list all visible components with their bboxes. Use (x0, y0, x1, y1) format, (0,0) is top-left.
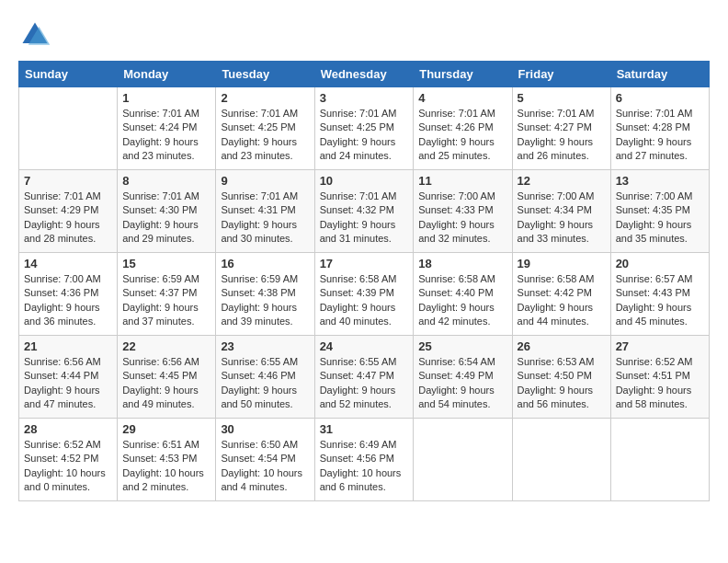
day-number: 29 (122, 422, 210, 436)
day-info: Sunrise: 7:00 AM Sunset: 4:33 PM Dayligh… (418, 190, 506, 247)
day-number: 30 (221, 422, 309, 436)
day-info: Sunrise: 7:01 AM Sunset: 4:31 PM Dayligh… (221, 190, 309, 247)
calendar-week-5: 28Sunrise: 6:52 AM Sunset: 4:52 PM Dayli… (19, 419, 710, 501)
day-info: Sunrise: 6:55 AM Sunset: 4:46 PM Dayligh… (221, 355, 309, 412)
day-number: 21 (24, 339, 112, 353)
day-info: Sunrise: 7:00 AM Sunset: 4:34 PM Dayligh… (518, 190, 606, 247)
calendar-week-2: 7Sunrise: 7:01 AM Sunset: 4:29 PM Daylig… (19, 170, 710, 253)
calendar-cell: 5Sunrise: 7:01 AM Sunset: 4:27 PM Daylig… (512, 87, 610, 170)
calendar-cell: 22Sunrise: 6:56 AM Sunset: 4:45 PM Dayli… (118, 336, 216, 419)
calendar-cell: 16Sunrise: 6:59 AM Sunset: 4:38 PM Dayli… (216, 253, 314, 336)
calendar-cell: 13Sunrise: 7:00 AM Sunset: 4:35 PM Dayli… (610, 170, 709, 253)
calendar-cell (610, 419, 709, 501)
day-info: Sunrise: 7:01 AM Sunset: 4:32 PM Dayligh… (320, 190, 409, 247)
calendar-cell: 28Sunrise: 6:52 AM Sunset: 4:52 PM Dayli… (19, 419, 118, 501)
day-number: 18 (418, 257, 506, 270)
day-info: Sunrise: 7:01 AM Sunset: 4:29 PM Dayligh… (24, 190, 112, 247)
day-number: 12 (518, 174, 606, 188)
calendar-week-4: 21Sunrise: 6:56 AM Sunset: 4:44 PM Dayli… (19, 336, 710, 419)
calendar-table: SundayMondayTuesdayWednesdayThursdayFrid… (18, 61, 710, 501)
day-info: Sunrise: 6:49 AM Sunset: 4:56 PM Dayligh… (320, 438, 409, 495)
day-number: 20 (616, 257, 704, 270)
day-header-tuesday: Tuesday (216, 62, 314, 87)
day-info: Sunrise: 7:01 AM Sunset: 4:28 PM Dayligh… (616, 107, 704, 164)
calendar-cell: 3Sunrise: 7:01 AM Sunset: 4:25 PM Daylig… (314, 87, 414, 170)
day-number: 31 (320, 422, 409, 436)
day-number: 6 (616, 91, 704, 105)
calendar-cell: 29Sunrise: 6:51 AM Sunset: 4:53 PM Dayli… (118, 419, 216, 501)
day-header-monday: Monday (118, 62, 216, 87)
calendar-cell: 21Sunrise: 6:56 AM Sunset: 4:44 PM Dayli… (19, 336, 118, 419)
day-number: 10 (320, 174, 409, 188)
day-info: Sunrise: 7:00 AM Sunset: 4:35 PM Dayligh… (616, 190, 704, 247)
day-number: 5 (518, 91, 606, 105)
day-info: Sunrise: 6:57 AM Sunset: 4:43 PM Dayligh… (616, 272, 704, 329)
day-number: 4 (418, 91, 506, 105)
day-info: Sunrise: 7:01 AM Sunset: 4:24 PM Dayligh… (122, 107, 210, 164)
calendar-cell: 18Sunrise: 6:58 AM Sunset: 4:40 PM Dayli… (414, 253, 512, 336)
day-header-thursday: Thursday (414, 62, 512, 87)
day-number: 26 (518, 339, 606, 353)
day-number: 8 (122, 174, 210, 188)
calendar-cell: 23Sunrise: 6:55 AM Sunset: 4:46 PM Dayli… (216, 336, 314, 419)
day-number: 2 (221, 91, 309, 105)
calendar-cell: 7Sunrise: 7:01 AM Sunset: 4:29 PM Daylig… (19, 170, 118, 253)
day-info: Sunrise: 6:58 AM Sunset: 4:42 PM Dayligh… (518, 272, 606, 329)
day-number: 14 (24, 257, 112, 270)
day-info: Sunrise: 6:52 AM Sunset: 4:51 PM Dayligh… (616, 355, 704, 412)
page-header (18, 18, 710, 52)
calendar-cell: 2Sunrise: 7:01 AM Sunset: 4:25 PM Daylig… (216, 87, 314, 170)
calendar-cell (414, 419, 512, 501)
day-info: Sunrise: 6:59 AM Sunset: 4:38 PM Dayligh… (221, 272, 309, 329)
day-number: 9 (221, 174, 309, 188)
day-info: Sunrise: 7:01 AM Sunset: 4:26 PM Dayligh… (418, 107, 506, 164)
day-header-friday: Friday (512, 62, 610, 87)
day-info: Sunrise: 6:53 AM Sunset: 4:50 PM Dayligh… (518, 355, 606, 412)
day-number: 17 (320, 257, 409, 270)
day-number: 11 (418, 174, 506, 188)
calendar-cell: 15Sunrise: 6:59 AM Sunset: 4:37 PM Dayli… (118, 253, 216, 336)
day-header-saturday: Saturday (610, 62, 709, 87)
calendar-cell: 1Sunrise: 7:01 AM Sunset: 4:24 PM Daylig… (118, 87, 216, 170)
day-number: 27 (616, 339, 704, 353)
day-number: 19 (518, 257, 606, 270)
calendar-cell (512, 419, 610, 501)
calendar-cell: 9Sunrise: 7:01 AM Sunset: 4:31 PM Daylig… (216, 170, 314, 253)
day-number: 22 (122, 339, 210, 353)
day-header-wednesday: Wednesday (314, 62, 414, 87)
calendar-cell: 8Sunrise: 7:01 AM Sunset: 4:30 PM Daylig… (118, 170, 216, 253)
day-number: 28 (24, 422, 112, 436)
day-info: Sunrise: 7:01 AM Sunset: 4:25 PM Dayligh… (221, 107, 309, 164)
day-info: Sunrise: 6:50 AM Sunset: 4:54 PM Dayligh… (221, 438, 309, 495)
calendar-cell: 31Sunrise: 6:49 AM Sunset: 4:56 PM Dayli… (314, 419, 414, 501)
calendar-week-3: 14Sunrise: 7:00 AM Sunset: 4:36 PM Dayli… (19, 253, 710, 336)
calendar-cell: 27Sunrise: 6:52 AM Sunset: 4:51 PM Dayli… (610, 336, 709, 419)
calendar-cell: 10Sunrise: 7:01 AM Sunset: 4:32 PM Dayli… (314, 170, 414, 253)
day-info: Sunrise: 6:54 AM Sunset: 4:49 PM Dayligh… (418, 355, 506, 412)
logo (18, 18, 55, 52)
day-number: 23 (221, 339, 309, 353)
day-info: Sunrise: 6:58 AM Sunset: 4:40 PM Dayligh… (418, 272, 506, 329)
logo-icon (18, 18, 51, 52)
day-info: Sunrise: 6:52 AM Sunset: 4:52 PM Dayligh… (24, 438, 112, 495)
day-info: Sunrise: 6:59 AM Sunset: 4:37 PM Dayligh… (122, 272, 210, 329)
day-number: 13 (616, 174, 704, 188)
calendar-cell: 12Sunrise: 7:00 AM Sunset: 4:34 PM Dayli… (512, 170, 610, 253)
day-number: 15 (122, 257, 210, 270)
calendar-cell: 17Sunrise: 6:58 AM Sunset: 4:39 PM Dayli… (314, 253, 414, 336)
day-info: Sunrise: 6:55 AM Sunset: 4:47 PM Dayligh… (320, 355, 409, 412)
calendar-cell (19, 87, 118, 170)
day-info: Sunrise: 7:00 AM Sunset: 4:36 PM Dayligh… (24, 272, 112, 329)
day-info: Sunrise: 7:01 AM Sunset: 4:30 PM Dayligh… (122, 190, 210, 247)
day-number: 7 (24, 174, 112, 188)
calendar-week-1: 1Sunrise: 7:01 AM Sunset: 4:24 PM Daylig… (19, 87, 710, 170)
day-info: Sunrise: 6:56 AM Sunset: 4:45 PM Dayligh… (122, 355, 210, 412)
calendar-cell: 11Sunrise: 7:00 AM Sunset: 4:33 PM Dayli… (414, 170, 512, 253)
day-header-row: SundayMondayTuesdayWednesdayThursdayFrid… (19, 62, 710, 87)
day-header-sunday: Sunday (19, 62, 118, 87)
day-info: Sunrise: 6:58 AM Sunset: 4:39 PM Dayligh… (320, 272, 409, 329)
day-number: 25 (418, 339, 506, 353)
day-number: 1 (122, 91, 210, 105)
day-info: Sunrise: 7:01 AM Sunset: 4:25 PM Dayligh… (320, 107, 409, 164)
day-number: 16 (221, 257, 309, 270)
